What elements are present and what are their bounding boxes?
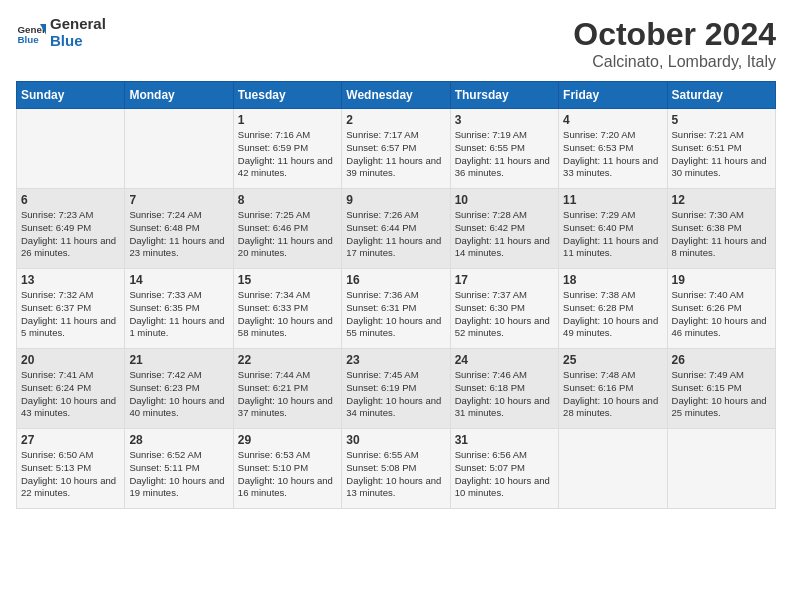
day-number: 1 bbox=[238, 113, 337, 127]
header-friday: Friday bbox=[559, 82, 667, 109]
day-number: 16 bbox=[346, 273, 445, 287]
cell-content-line: Sunrise: 7:16 AM bbox=[238, 129, 337, 142]
cell-content-line: Sunset: 5:11 PM bbox=[129, 462, 228, 475]
cell-content-line: Daylight: 10 hours and 43 minutes. bbox=[21, 395, 120, 421]
cell-content-line: Sunset: 6:21 PM bbox=[238, 382, 337, 395]
day-number: 18 bbox=[563, 273, 662, 287]
cell-content-line: Daylight: 11 hours and 8 minutes. bbox=[672, 235, 771, 261]
calendar-cell: 29Sunrise: 6:53 AMSunset: 5:10 PMDayligh… bbox=[233, 429, 341, 509]
calendar-cell: 8Sunrise: 7:25 AMSunset: 6:46 PMDaylight… bbox=[233, 189, 341, 269]
calendar-cell: 14Sunrise: 7:33 AMSunset: 6:35 PMDayligh… bbox=[125, 269, 233, 349]
day-number: 19 bbox=[672, 273, 771, 287]
cell-content-line: Daylight: 11 hours and 23 minutes. bbox=[129, 235, 228, 261]
cell-content-line: Daylight: 11 hours and 11 minutes. bbox=[563, 235, 662, 261]
cell-content-line: Sunrise: 7:26 AM bbox=[346, 209, 445, 222]
cell-content-line: Sunset: 6:40 PM bbox=[563, 222, 662, 235]
cell-content-line: Daylight: 11 hours and 5 minutes. bbox=[21, 315, 120, 341]
header-sunday: Sunday bbox=[17, 82, 125, 109]
calendar-cell: 4Sunrise: 7:20 AMSunset: 6:53 PMDaylight… bbox=[559, 109, 667, 189]
calendar-cell: 23Sunrise: 7:45 AMSunset: 6:19 PMDayligh… bbox=[342, 349, 450, 429]
logo: General Blue General Blue bbox=[16, 16, 106, 49]
calendar-week-row: 27Sunrise: 6:50 AMSunset: 5:13 PMDayligh… bbox=[17, 429, 776, 509]
calendar-cell: 28Sunrise: 6:52 AMSunset: 5:11 PMDayligh… bbox=[125, 429, 233, 509]
cell-content-line: Sunset: 6:35 PM bbox=[129, 302, 228, 315]
calendar-cell: 13Sunrise: 7:32 AMSunset: 6:37 PMDayligh… bbox=[17, 269, 125, 349]
cell-content-line: Sunset: 5:07 PM bbox=[455, 462, 554, 475]
cell-content-line: Sunrise: 7:21 AM bbox=[672, 129, 771, 142]
cell-content-line: Sunrise: 7:48 AM bbox=[563, 369, 662, 382]
cell-content-line: Sunset: 6:51 PM bbox=[672, 142, 771, 155]
header-monday: Monday bbox=[125, 82, 233, 109]
calendar-header: Sunday Monday Tuesday Wednesday Thursday… bbox=[17, 82, 776, 109]
calendar-cell: 27Sunrise: 6:50 AMSunset: 5:13 PMDayligh… bbox=[17, 429, 125, 509]
calendar-cell: 22Sunrise: 7:44 AMSunset: 6:21 PMDayligh… bbox=[233, 349, 341, 429]
calendar-table: Sunday Monday Tuesday Wednesday Thursday… bbox=[16, 81, 776, 509]
cell-content-line: Sunset: 6:18 PM bbox=[455, 382, 554, 395]
location-subtitle: Calcinato, Lombardy, Italy bbox=[573, 53, 776, 71]
day-number: 20 bbox=[21, 353, 120, 367]
cell-content-line: Sunrise: 6:53 AM bbox=[238, 449, 337, 462]
logo-blue: Blue bbox=[50, 33, 106, 50]
day-number: 9 bbox=[346, 193, 445, 207]
cell-content-line: Sunset: 5:10 PM bbox=[238, 462, 337, 475]
cell-content-line: Sunrise: 7:49 AM bbox=[672, 369, 771, 382]
cell-content-line: Daylight: 11 hours and 39 minutes. bbox=[346, 155, 445, 181]
cell-content-line: Sunrise: 7:29 AM bbox=[563, 209, 662, 222]
day-number: 10 bbox=[455, 193, 554, 207]
day-number: 29 bbox=[238, 433, 337, 447]
cell-content-line: Sunrise: 7:41 AM bbox=[21, 369, 120, 382]
day-number: 11 bbox=[563, 193, 662, 207]
cell-content-line: Sunrise: 6:55 AM bbox=[346, 449, 445, 462]
cell-content-line: Daylight: 10 hours and 31 minutes. bbox=[455, 395, 554, 421]
header-thursday: Thursday bbox=[450, 82, 558, 109]
cell-content-line: Sunset: 6:31 PM bbox=[346, 302, 445, 315]
cell-content-line: Sunrise: 7:33 AM bbox=[129, 289, 228, 302]
cell-content-line: Sunset: 6:55 PM bbox=[455, 142, 554, 155]
month-year-title: October 2024 bbox=[573, 16, 776, 53]
days-of-week-row: Sunday Monday Tuesday Wednesday Thursday… bbox=[17, 82, 776, 109]
page-header: General Blue General Blue October 2024 C… bbox=[16, 16, 776, 71]
calendar-cell: 21Sunrise: 7:42 AMSunset: 6:23 PMDayligh… bbox=[125, 349, 233, 429]
calendar-week-row: 1Sunrise: 7:16 AMSunset: 6:59 PMDaylight… bbox=[17, 109, 776, 189]
calendar-cell bbox=[559, 429, 667, 509]
calendar-cell: 5Sunrise: 7:21 AMSunset: 6:51 PMDaylight… bbox=[667, 109, 775, 189]
calendar-cell: 30Sunrise: 6:55 AMSunset: 5:08 PMDayligh… bbox=[342, 429, 450, 509]
calendar-cell: 31Sunrise: 6:56 AMSunset: 5:07 PMDayligh… bbox=[450, 429, 558, 509]
day-number: 12 bbox=[672, 193, 771, 207]
calendar-cell: 7Sunrise: 7:24 AMSunset: 6:48 PMDaylight… bbox=[125, 189, 233, 269]
cell-content-line: Daylight: 11 hours and 42 minutes. bbox=[238, 155, 337, 181]
cell-content-line: Sunset: 6:26 PM bbox=[672, 302, 771, 315]
calendar-cell: 10Sunrise: 7:28 AMSunset: 6:42 PMDayligh… bbox=[450, 189, 558, 269]
calendar-cell: 15Sunrise: 7:34 AMSunset: 6:33 PMDayligh… bbox=[233, 269, 341, 349]
day-number: 27 bbox=[21, 433, 120, 447]
cell-content-line: Sunset: 6:38 PM bbox=[672, 222, 771, 235]
cell-content-line: Daylight: 11 hours and 30 minutes. bbox=[672, 155, 771, 181]
cell-content-line: Sunrise: 7:32 AM bbox=[21, 289, 120, 302]
day-number: 4 bbox=[563, 113, 662, 127]
calendar-cell bbox=[17, 109, 125, 189]
day-number: 28 bbox=[129, 433, 228, 447]
day-number: 7 bbox=[129, 193, 228, 207]
cell-content-line: Sunset: 6:33 PM bbox=[238, 302, 337, 315]
cell-content-line: Daylight: 10 hours and 19 minutes. bbox=[129, 475, 228, 501]
calendar-cell: 17Sunrise: 7:37 AMSunset: 6:30 PMDayligh… bbox=[450, 269, 558, 349]
calendar-cell: 2Sunrise: 7:17 AMSunset: 6:57 PMDaylight… bbox=[342, 109, 450, 189]
cell-content-line: Sunrise: 7:28 AM bbox=[455, 209, 554, 222]
cell-content-line: Sunset: 6:24 PM bbox=[21, 382, 120, 395]
calendar-cell: 26Sunrise: 7:49 AMSunset: 6:15 PMDayligh… bbox=[667, 349, 775, 429]
cell-content-line: Sunset: 6:28 PM bbox=[563, 302, 662, 315]
cell-content-line: Daylight: 10 hours and 46 minutes. bbox=[672, 315, 771, 341]
day-number: 3 bbox=[455, 113, 554, 127]
day-number: 21 bbox=[129, 353, 228, 367]
cell-content-line: Sunset: 6:57 PM bbox=[346, 142, 445, 155]
cell-content-line: Sunrise: 7:45 AM bbox=[346, 369, 445, 382]
day-number: 17 bbox=[455, 273, 554, 287]
day-number: 13 bbox=[21, 273, 120, 287]
cell-content-line: Sunset: 5:08 PM bbox=[346, 462, 445, 475]
cell-content-line: Daylight: 11 hours and 20 minutes. bbox=[238, 235, 337, 261]
calendar-week-row: 20Sunrise: 7:41 AMSunset: 6:24 PMDayligh… bbox=[17, 349, 776, 429]
cell-content-line: Sunrise: 6:52 AM bbox=[129, 449, 228, 462]
calendar-cell: 24Sunrise: 7:46 AMSunset: 6:18 PMDayligh… bbox=[450, 349, 558, 429]
cell-content-line: Sunrise: 7:40 AM bbox=[672, 289, 771, 302]
cell-content-line: Sunset: 6:23 PM bbox=[129, 382, 228, 395]
